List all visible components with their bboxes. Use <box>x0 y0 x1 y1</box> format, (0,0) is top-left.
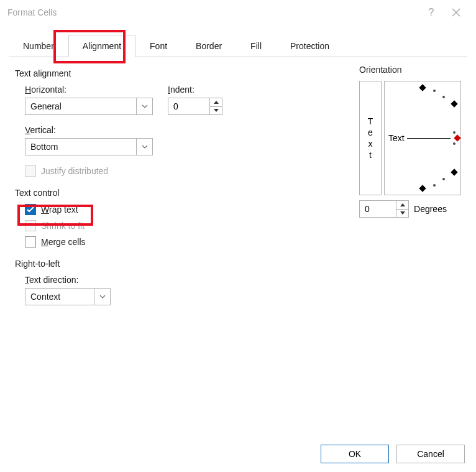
orientation-panel: Orientation T e x t Text <box>359 65 461 218</box>
close-button[interactable] <box>444 8 469 17</box>
dial-dot <box>442 96 445 98</box>
indent-value: 0 <box>168 98 209 114</box>
spinner-buttons <box>396 201 408 217</box>
dialog-buttons: OK Cancel <box>321 445 465 463</box>
merge-label: Merge cells <box>41 237 86 247</box>
chevron-down-icon <box>94 289 110 305</box>
indent-spinner[interactable]: 0 <box>168 98 222 115</box>
spinner-up-icon[interactable] <box>210 98 222 107</box>
vertical-value: Bottom <box>25 142 136 152</box>
window-title: Format Cells <box>7 7 419 17</box>
tab-alignment[interactable]: Alignment <box>68 35 135 57</box>
degrees-spinner[interactable]: 0 <box>359 200 409 218</box>
ok-button[interactable]: OK <box>321 445 389 463</box>
vtext-char: t <box>369 149 372 160</box>
spinner-down-icon[interactable] <box>210 107 222 115</box>
checkbox-icon <box>25 236 36 248</box>
svg-marker-2 <box>214 101 219 104</box>
justify-label: Justify distributed <box>41 166 108 176</box>
tab-bar: Number Alignment Font Border Fill Protec… <box>0 35 476 57</box>
diamond-icon <box>451 169 457 175</box>
diamond-icon <box>419 185 426 192</box>
tab-border[interactable]: Border <box>181 35 236 57</box>
tab-fill[interactable]: Fill <box>236 35 276 57</box>
help-button[interactable]: ? <box>419 7 444 18</box>
chevron-down-icon <box>136 139 152 155</box>
dial-dot <box>433 184 436 187</box>
horizontal-label: Horizontal: <box>25 85 153 95</box>
tab-font[interactable]: Font <box>135 35 181 57</box>
tab-protection[interactable]: Protection <box>276 35 344 57</box>
close-icon <box>452 8 460 17</box>
vertical-label: Vertical: <box>25 125 153 135</box>
vtext-char: e <box>368 127 373 138</box>
dial-text-label: Text <box>388 133 405 143</box>
diamond-icon <box>419 84 426 91</box>
degrees-row: 0 Degrees <box>359 200 461 218</box>
dial-dot <box>442 178 445 180</box>
checkbox-icon <box>25 165 36 177</box>
rtl-heading: Right-to-left <box>15 259 461 269</box>
content-area: Text alignment Horizontal: General Inden… <box>0 57 476 320</box>
checkbox-icon <box>25 220 36 231</box>
merge-cells-checkbox[interactable]: Merge cells <box>25 236 461 248</box>
vtext-char: x <box>368 138 373 149</box>
spinner-down-icon[interactable] <box>396 210 408 218</box>
checkbox-checked-icon <box>25 204 36 215</box>
svg-marker-5 <box>400 211 405 215</box>
horizontal-value: General <box>25 101 136 111</box>
titlebar: Format Cells ? <box>0 0 476 25</box>
vertical-combo[interactable]: Bottom <box>25 138 153 155</box>
orientation-box: T e x t Text <box>359 81 461 195</box>
tab-number[interactable]: Number <box>9 35 68 57</box>
dial-dot <box>453 142 455 145</box>
degrees-label: Degrees <box>414 204 447 214</box>
indent-label: Indent: <box>168 85 222 95</box>
vtext-char: T <box>368 116 373 127</box>
orientation-heading: Orientation <box>359 65 461 75</box>
dial-dot <box>453 131 455 134</box>
spinner-buttons <box>209 98 222 114</box>
shrink-to-fit-checkbox: Shrink to fit <box>25 220 461 231</box>
shrink-label: Shrink to fit <box>41 221 85 231</box>
svg-marker-4 <box>400 203 405 206</box>
wrap-text-label: Wrap text <box>41 205 78 215</box>
dial-line <box>407 138 451 139</box>
chevron-down-icon <box>136 98 152 114</box>
orientation-dial[interactable]: Text <box>384 81 461 195</box>
text-direction-combo[interactable]: Context <box>25 288 111 305</box>
cancel-button[interactable]: Cancel <box>396 445 465 463</box>
text-direction-value: Context <box>25 292 94 302</box>
dial-dot <box>433 90 436 92</box>
diamond-icon <box>451 100 457 107</box>
degrees-value: 0 <box>360 201 396 217</box>
svg-marker-3 <box>214 109 219 112</box>
vertical-text-button[interactable]: T e x t <box>359 81 382 195</box>
spinner-up-icon[interactable] <box>396 201 408 210</box>
dial-handle-icon <box>454 134 460 141</box>
text-direction-label: Text direction: <box>25 275 111 285</box>
horizontal-combo[interactable]: General <box>25 98 153 115</box>
